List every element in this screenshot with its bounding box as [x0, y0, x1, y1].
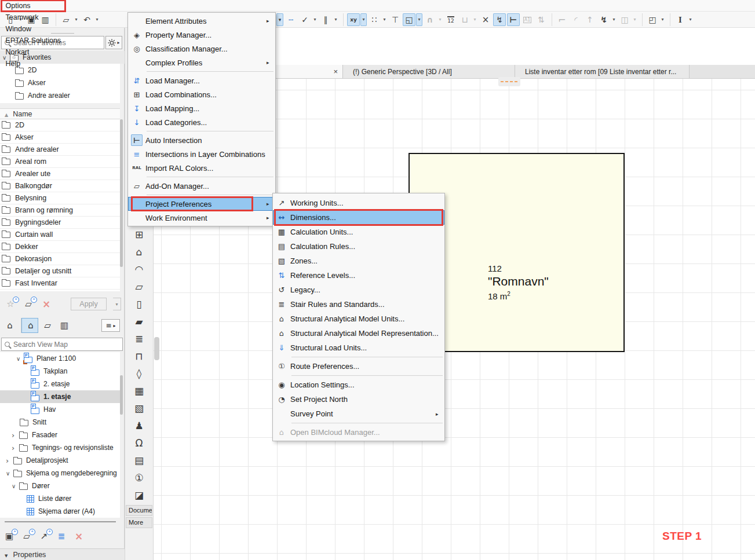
favorites-action-button[interactable]	[23, 298, 34, 310]
tab-liste-inventar[interactable]: Liste inventar etter rom [09 Liste inven…	[515, 65, 690, 78]
list-item[interactable]: 2D	[0, 119, 120, 131]
list-item[interactable]: Brann og rømning	[0, 204, 120, 217]
favorites-tree-item[interactable]: Akser	[0, 76, 120, 89]
menu-item[interactable]: Load Categories...	[128, 115, 275, 129]
menubar-item[interactable]: Teamwork	[1, 12, 65, 23]
view-map-item[interactable]: Hav	[0, 403, 120, 416]
toolbar-button[interactable]	[552, 13, 568, 26]
list-item[interactable]: Detaljer og utsnitt	[0, 265, 120, 277]
toolbar-button[interactable]	[642, 13, 666, 26]
tool-button[interactable]	[125, 417, 153, 434]
expander-chevron-icon[interactable]	[6, 470, 13, 477]
list-item[interactable]: Akser	[0, 131, 120, 144]
view-map-item[interactable]: Fasader	[0, 429, 120, 441]
toolbar-button[interactable]	[597, 13, 617, 26]
dropdown-caret-icon[interactable]	[381, 13, 388, 26]
expander-chevron-icon[interactable]	[12, 483, 19, 489]
menu-item[interactable]: Survey Point	[273, 407, 444, 421]
tab-generic-perspective[interactable]: (!) Generic Perspective [3D / All]	[343, 65, 515, 78]
menu-item[interactable]: Auto Intersection	[128, 133, 275, 147]
toolbar-button[interactable]	[276, 13, 283, 26]
toolbar-button[interactable]	[479, 13, 492, 26]
view-map-item[interactable]: Detaljprosjekt	[0, 454, 120, 467]
menubar-item[interactable]: Window	[1, 23, 65, 35]
list-item[interactable]: Arealer ute	[0, 168, 120, 180]
toolbox-scrollbar-thumb[interactable]	[154, 337, 159, 360]
menu-item[interactable]: Open BIMcloud Manager...	[273, 425, 444, 440]
menu-item[interactable]: Calculation Units...	[273, 225, 444, 239]
menu-item[interactable]: Property Manager...	[128, 28, 275, 42]
dropdown-caret-icon[interactable]	[659, 13, 666, 26]
tool-button[interactable]	[125, 313, 153, 330]
collapsed-palette-indicator[interactable]	[498, 77, 520, 86]
sort-ascending-icon[interactable]	[5, 110, 13, 118]
view-map-item[interactable]: Snitt	[0, 416, 120, 429]
menu-item[interactable]: Stair Rules and Standards...	[273, 297, 444, 312]
view-map-item[interactable]: Planer 1:100	[0, 352, 120, 365]
tool-button[interactable]	[125, 382, 153, 400]
toolbar-button[interactable]	[403, 13, 422, 26]
dropdown-caret-icon[interactable]	[360, 13, 367, 26]
dropdown-caret-icon[interactable]	[472, 13, 478, 26]
view-map-item[interactable]: Skjema dører (A4)	[0, 505, 120, 518]
menu-item[interactable]: Structural Analytical Model Units...	[273, 312, 444, 326]
list-item[interactable]: Curtain wall	[0, 229, 120, 241]
apply-dropdown-caret[interactable]	[113, 298, 121, 310]
favorites-tree-item[interactable]: Andre arealer	[0, 89, 120, 102]
tool-button[interactable]	[125, 243, 153, 261]
menu-item[interactable]: Element Attributes	[128, 14, 275, 28]
expander-chevron-icon[interactable]	[16, 356, 24, 362]
menu-item[interactable]: Load Manager...	[128, 74, 275, 87]
toolbar-button[interactable]	[444, 13, 457, 26]
menu-item[interactable]: Classification Manager...	[128, 42, 275, 56]
toolbar-button[interactable]	[319, 13, 339, 26]
menu-item[interactable]: Zones...	[273, 254, 444, 268]
tool-button[interactable]	[125, 278, 153, 295]
toolbar-button[interactable]	[368, 13, 388, 26]
view-map-item[interactable]: Skjema og mengdeberegning	[0, 467, 120, 480]
menubar-item[interactable]: Options	[1, 0, 65, 12]
tool-button[interactable]	[125, 434, 153, 452]
dropdown-caret-icon[interactable]	[73, 13, 79, 26]
menu-item[interactable]: Import RAL Colors...	[128, 161, 275, 175]
navigator-mode-button[interactable]	[21, 318, 38, 333]
menu-item[interactable]: Reference Levels...	[273, 268, 444, 283]
favorites-settings-button[interactable]: ▸	[105, 36, 122, 49]
tool-button[interactable]	[125, 226, 153, 243]
menu-item[interactable]: Complex Profiles	[128, 56, 275, 69]
navigator-menu-button[interactable]: ≡ ▸	[101, 319, 120, 332]
apply-button[interactable]: Apply	[71, 298, 107, 310]
menu-item[interactable]: Set Project North	[273, 392, 444, 407]
toolbar-button[interactable]	[343, 13, 367, 26]
tool-button[interactable]	[125, 400, 153, 417]
zone-stamp[interactable]: 112 "Romnavn" 18 m2	[488, 263, 549, 302]
view-map-item[interactable]: 2. etasje	[0, 378, 120, 390]
list-item[interactable]: Dekker	[0, 241, 120, 253]
close-tab-icon[interactable]: ×	[333, 68, 338, 75]
view-map-action-button[interactable]	[73, 530, 85, 542]
toolbar-button[interactable]	[583, 13, 596, 26]
toolbar-button[interactable]	[389, 13, 402, 26]
toolbar-button[interactable]	[298, 13, 318, 26]
view-map-item[interactable]: Dører	[0, 480, 120, 492]
toolbar-button[interactable]	[618, 13, 638, 26]
toolbar-button[interactable]	[493, 13, 506, 26]
dropdown-caret-icon[interactable]	[416, 13, 422, 26]
favorites-action-button[interactable]	[5, 298, 16, 310]
tool-button[interactable]	[125, 261, 153, 278]
list-item[interactable]: Andre arealer	[0, 144, 120, 156]
menu-item[interactable]: Add-On Manager...	[128, 179, 275, 193]
navigator-mode-button[interactable]	[40, 318, 55, 333]
view-map-item[interactable]: Tegnings- og revisjonsliste	[0, 441, 120, 454]
dropdown-caret-icon[interactable]	[312, 13, 318, 26]
dropdown-caret-icon[interactable]	[437, 13, 443, 26]
list-item[interactable]: Fast Inventar	[0, 277, 120, 290]
list-item[interactable]: Belysning	[0, 192, 120, 204]
scrollbar-thumb[interactable]	[120, 119, 123, 267]
toolbar-button[interactable]	[507, 13, 520, 26]
list-item[interactable]: Dekorasjon	[0, 253, 120, 265]
dropdown-caret-icon[interactable]	[687, 13, 694, 26]
menu-item[interactable]: Load Mapping...	[128, 101, 275, 115]
toolbar-button[interactable]	[535, 13, 548, 26]
menubar-item[interactable]: EPTAR Solutions	[1, 35, 65, 46]
